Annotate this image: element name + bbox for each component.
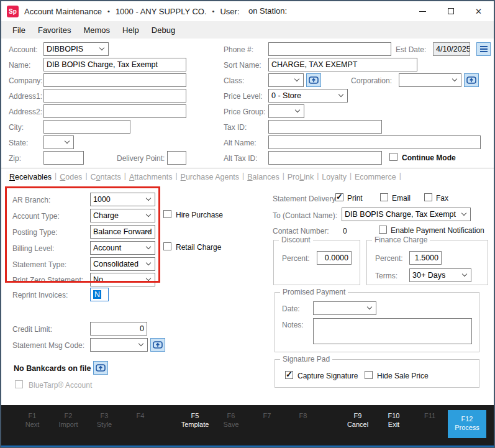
est-date-menu-button[interactable] (476, 42, 491, 56)
lookup-up-arrow-icon (96, 364, 106, 372)
tab-loyalty[interactable]: Loyalty (319, 171, 350, 183)
alt-tax-id-field[interactable] (268, 151, 382, 165)
class-lookup-button[interactable] (306, 73, 321, 87)
menu-memos[interactable]: Memos (77, 23, 116, 37)
hire-purchase-checkbox[interactable] (163, 210, 171, 218)
phone-label: Phone #: (224, 45, 253, 54)
menu-favorites[interactable]: Favorites (32, 23, 77, 37)
discount-percent-label: Percent: (282, 254, 310, 263)
statement-msg-code-combo[interactable] (90, 338, 148, 352)
price-level-label: Price Level: (224, 92, 263, 101)
tab-receivables[interactable]: Receivables (6, 171, 55, 183)
finance-percent-value: 1.5000 (415, 254, 438, 262)
tab-codes[interactable]: Codes (57, 171, 85, 183)
posting-type-value: Balance Forward (93, 227, 152, 236)
chevron-down-icon (65, 139, 70, 144)
menu-help[interactable]: Help (116, 23, 145, 37)
tab-purchase-agents[interactable]: Purchase Agents (178, 171, 243, 183)
fkey-f10-exit[interactable]: F10Exit (376, 411, 412, 429)
promised-notes-label: Notes: (282, 321, 304, 329)
address2-label: Address2: (9, 107, 42, 116)
chevron-down-icon (146, 212, 151, 217)
finance-percent-field[interactable]: 1.5000 (409, 251, 442, 265)
maximize-button[interactable] (437, 1, 465, 21)
sort-name-field[interactable]: CHARGE, TAX EXEMPT (268, 58, 417, 71)
company-field[interactable] (43, 73, 186, 87)
posting-type-label: Posting Type: (12, 228, 58, 237)
account-type-combo[interactable]: Charge (90, 209, 155, 222)
print-zero-statement-value: No (93, 275, 103, 284)
discount-percent-value: 0.0000 (325, 254, 348, 262)
chevron-down-icon (99, 45, 104, 50)
name-field[interactable]: DIB BOPIS Charge, Tax Exempt (43, 58, 186, 71)
alt-name-field[interactable] (268, 135, 481, 149)
hide-sale-price-checkbox[interactable] (365, 371, 373, 379)
finance-charge-group-title: Finance Charge (372, 235, 430, 244)
promised-notes-textarea[interactable] (313, 318, 472, 344)
billing-level-combo[interactable]: Account (90, 241, 155, 255)
chevron-down-icon (452, 76, 457, 81)
tab-attachments[interactable]: Attachments (126, 171, 175, 183)
enable-payment-notification-checkbox[interactable] (379, 226, 387, 234)
class-combo[interactable] (268, 73, 304, 87)
menu-file[interactable]: File (6, 23, 32, 37)
tab-balances[interactable]: Balances (244, 171, 282, 183)
capture-signature-checkbox[interactable] (285, 371, 293, 379)
tab-ecommerce[interactable]: Ecommerce (352, 171, 399, 183)
close-button[interactable]: ✕ (465, 1, 493, 21)
address2-field[interactable] (43, 104, 186, 118)
tab-prolink[interactable]: ProLink (284, 171, 317, 183)
posting-type-combo[interactable]: Balance Forward (90, 225, 155, 239)
price-group-combo[interactable] (268, 104, 304, 118)
statement-msg-code-label: Statement Msg Code: (12, 341, 84, 350)
email-checkbox[interactable] (380, 193, 388, 201)
maximize-icon (448, 8, 454, 14)
finance-terms-label: Terms: (375, 272, 397, 280)
tax-id-field[interactable] (268, 120, 382, 134)
continue-mode-checkbox[interactable] (389, 153, 397, 161)
reprint-invoices-field[interactable]: N (90, 288, 109, 301)
minimize-button[interactable] (409, 1, 437, 21)
retail-charge-checkbox[interactable] (163, 242, 171, 250)
fkey-f5-template[interactable]: F5Template (177, 411, 213, 429)
fkey-label: Style (86, 420, 122, 429)
print-zero-statement-combo[interactable]: No (90, 273, 155, 286)
corporation-combo[interactable] (399, 73, 461, 87)
address1-field[interactable] (43, 89, 186, 103)
promised-date-combo[interactable] (313, 301, 376, 315)
chevron-down-icon (146, 260, 151, 265)
est-date-label: Est Date: (396, 45, 426, 54)
statement-type-combo[interactable]: Consolidated (90, 257, 155, 271)
credit-limit-field[interactable]: 0 (90, 322, 147, 336)
lookup-up-arrow-icon (309, 76, 319, 84)
statement-msg-code-lookup-button[interactable] (150, 338, 165, 352)
phone-field[interactable] (268, 42, 391, 56)
delivery-point-field[interactable] (167, 151, 186, 165)
tab-contacts[interactable]: Contacts (88, 171, 124, 183)
finance-percent-label: Percent: (375, 254, 403, 263)
bankcards-lookup-button[interactable] (93, 361, 108, 375)
corporation-lookup-button[interactable] (464, 73, 479, 87)
account-combo[interactable]: DIBBOPIS (43, 42, 109, 56)
ar-branch-combo[interactable]: 1000 (90, 193, 155, 206)
statement-type-label: Statement Type: (12, 260, 66, 269)
print-checkbox[interactable] (335, 193, 343, 201)
menu-debug[interactable]: Debug (145, 23, 181, 37)
state-combo[interactable] (43, 135, 74, 149)
fax-checkbox[interactable] (424, 193, 432, 201)
zip-field[interactable] (43, 151, 84, 165)
fkey-f9-cancel[interactable]: F9Cancel (340, 411, 376, 429)
tab-separator: | (399, 171, 401, 180)
account-label: Account: (9, 45, 38, 54)
fkey-f12-process[interactable]: F12Process (448, 410, 486, 438)
price-level-combo[interactable]: 0 - Store (268, 89, 348, 103)
fkey-number: F3 (86, 411, 122, 420)
finance-terms-combo[interactable]: 30+ Days (409, 268, 471, 282)
est-date-value: 4/10/2025 (436, 45, 470, 53)
discount-percent-field[interactable]: 0.0000 (317, 251, 352, 265)
finance-terms-value: 30+ Days (412, 271, 445, 280)
to-contact-name-combo[interactable]: DIB BOPIS Charge, Tax Exempt (342, 208, 471, 221)
fkey-number: F12 (448, 414, 486, 423)
est-date-field: 4/10/2025 (433, 42, 470, 56)
city-field[interactable] (43, 120, 130, 134)
